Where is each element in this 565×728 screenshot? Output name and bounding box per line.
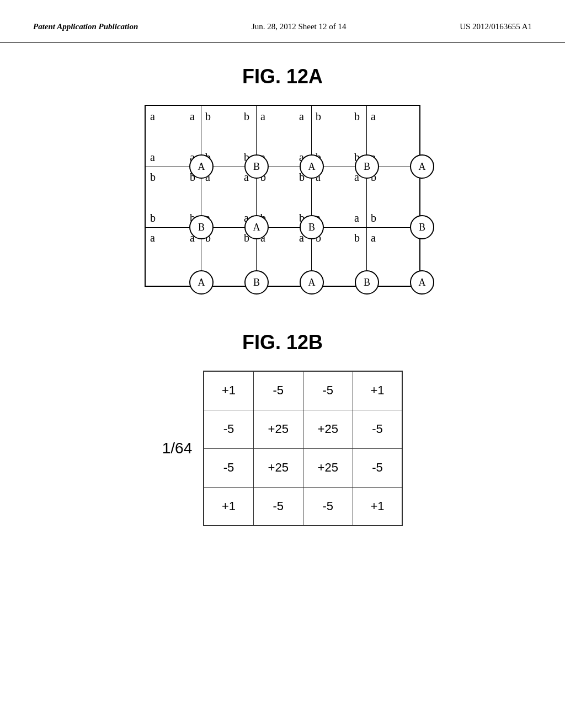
header-center: Jun. 28, 2012 Sheet 12 of 14	[252, 22, 347, 31]
matrix-cell-r3c3: +1	[353, 487, 402, 526]
cell-r2c3-tr: b	[354, 232, 360, 244]
fig-12b-section: FIG. 12B 1/64 +1-5-5+1-5+25+25-5-5+25+25…	[162, 331, 403, 526]
matrix-cell-r1c1: +25	[253, 410, 303, 448]
matrix-cell-r0c3: +1	[353, 371, 402, 410]
circle-B-r2c1: B	[244, 270, 269, 295]
matrix-cell-r0c2: -5	[303, 371, 353, 410]
matrix-cell-r3c1: -5	[253, 487, 303, 526]
matrix-cell-r0c1: -5	[253, 371, 303, 410]
circle-B-r0c3: B	[355, 154, 379, 179]
matrix-cell-r2c3: -5	[353, 448, 402, 487]
matrix-cell-r1c2: +25	[303, 410, 353, 448]
fig-12a-section: FIG. 12A a a a a A b b b b	[145, 65, 420, 287]
cell-r1c0-tl: b	[150, 171, 156, 184]
fig-12a-grid: a a a a A b b b b B a a a a A b b	[145, 105, 420, 287]
circle-B-r1c2: B	[300, 215, 324, 239]
matrix-cell-r0c0: +1	[204, 371, 253, 410]
cell-r0c3-tl: b	[316, 110, 321, 123]
cell-r1c0-bl: b	[150, 212, 156, 224]
matrix-cell-r1c0: -5	[204, 410, 253, 448]
cell-r0c3-tr: b	[354, 110, 360, 123]
circle-A-r0c4: A	[410, 154, 434, 179]
main-content: FIG. 12A a a a a A b b b b	[0, 43, 565, 548]
circle-A-r2c4: A	[410, 270, 434, 295]
circle-A-r0c2: A	[300, 154, 324, 179]
cell-r2c0-tl: a	[150, 232, 155, 244]
circle-B-r0c1: B	[244, 154, 269, 179]
matrix-12b: +1-5-5+1-5+25+25-5-5+25+25-5+1-5-5+1	[203, 371, 403, 526]
circle-A-r1c1: A	[244, 215, 269, 239]
cell-r0c1-tl: b	[205, 110, 211, 123]
page-header: Patent Application Publication Jun. 28, …	[0, 0, 565, 43]
cell-r0c0-tr: a	[190, 110, 195, 123]
matrix-cell-r2c1: +25	[253, 448, 303, 487]
cell-r2c4-tl: a	[371, 232, 376, 244]
cell-r0c2-tr: a	[299, 110, 304, 123]
fraction-label: 1/64	[162, 440, 193, 457]
matrix-cell-r2c0: -5	[204, 448, 253, 487]
cell-r0c1-tr: b	[244, 110, 249, 123]
circle-A-r2c0: A	[189, 270, 214, 295]
fig-12b-title: FIG. 12B	[242, 331, 323, 354]
cell-r1c3-br: a	[354, 212, 359, 224]
fig-12b-content-row: 1/64 +1-5-5+1-5+25+25-5-5+25+25-5+1-5-5+…	[162, 371, 403, 526]
cell-r0c0-tl: a	[150, 110, 155, 123]
circle-B-r1c0: B	[189, 215, 214, 239]
fig-12a-title: FIG. 12A	[242, 65, 323, 88]
cell-r0c2-tl: a	[260, 110, 265, 123]
circle-B-r2c3: B	[355, 270, 379, 295]
cell-r1c4-bl: b	[371, 212, 376, 224]
matrix-cell-r3c2: -5	[303, 487, 353, 526]
matrix-cell-r2c2: +25	[303, 448, 353, 487]
circle-B-r1c4: B	[410, 215, 434, 239]
header-label: Patent Application Publication	[33, 22, 138, 31]
matrix-cell-r3c0: +1	[204, 487, 253, 526]
circle-A-r2c2: A	[300, 270, 324, 295]
circle-A-r0c0: A	[189, 154, 214, 179]
cell-r0c0-bl: a	[150, 151, 155, 164]
header-right: US 2012/0163655 A1	[460, 22, 532, 31]
cell-r0c4-tl: a	[371, 110, 376, 123]
matrix-cell-r1c3: -5	[353, 410, 402, 448]
